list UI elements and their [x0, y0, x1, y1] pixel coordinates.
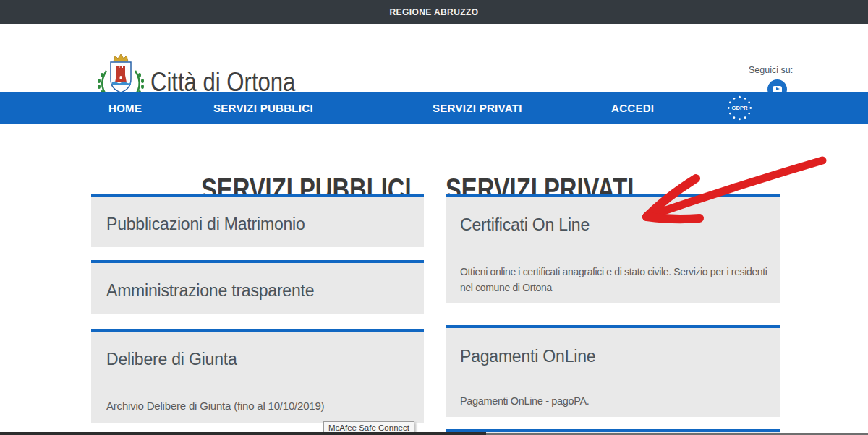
card-pubblicazioni-di-matrimonio[interactable]: Pubblicazioni di Matrimonio [91, 194, 424, 247]
card-description: Ottieni online i certificati anagrafici … [460, 264, 774, 296]
page-root: REGIONE ABRUZZO [0, 0, 868, 435]
card-title: Certificati On Line [460, 215, 590, 235]
card-title: Pagamenti OnLine [460, 347, 595, 366]
gdpr-badge-label: GDPR [732, 105, 748, 111]
main-nav: HOME SERVIZI PUBBLICI SERVIZI PRIVATI AC… [0, 92, 868, 124]
play-icon [773, 86, 782, 93]
region-top-bar[interactable]: REGIONE ABRUZZO [0, 0, 868, 24]
card-description: Pagamenti OnLine - pagoPA. [460, 393, 774, 409]
card-title: Delibere di Giunta [106, 350, 237, 369]
card-description: Archivio Delibere di Giunta (fino al 10/… [106, 400, 324, 412]
follow-label: Seguici su: [749, 65, 793, 75]
nav-item-accedi[interactable]: ACCEDI [611, 102, 654, 114]
region-top-bar-label: REGIONE ABRUZZO [390, 7, 479, 17]
bottom-edge-line-left [0, 432, 486, 435]
crown [114, 54, 128, 61]
card-certificati-on-line[interactable]: Certificati On Line Ottieni online i cer… [446, 194, 780, 303]
site-header: Città di Ortona Seguici su: [0, 24, 868, 92]
gdpr-badge-icon[interactable]: GDPR [726, 95, 753, 121]
nav-item-servizi-privati[interactable]: SERVIZI PRIVATI [433, 102, 522, 114]
card-amministrazione-trasparente[interactable]: Amministrazione trasparente [91, 260, 424, 314]
nav-item-servizi-pubblici[interactable]: SERVIZI PUBBLICI [213, 102, 313, 114]
card-delibere-di-giunta[interactable]: Delibere di Giunta Archivio Delibere di … [91, 329, 424, 423]
card-title: Pubblicazioni di Matrimonio [106, 215, 305, 234]
card-pagamenti-online[interactable]: Pagamenti OnLine Pagamenti OnLine - pago… [446, 325, 780, 417]
card-title: Amministrazione trasparente [106, 281, 314, 301]
nav-item-home[interactable]: HOME [109, 102, 142, 114]
mcafee-tooltip-text: McAfee Safe Connect [328, 423, 409, 432]
